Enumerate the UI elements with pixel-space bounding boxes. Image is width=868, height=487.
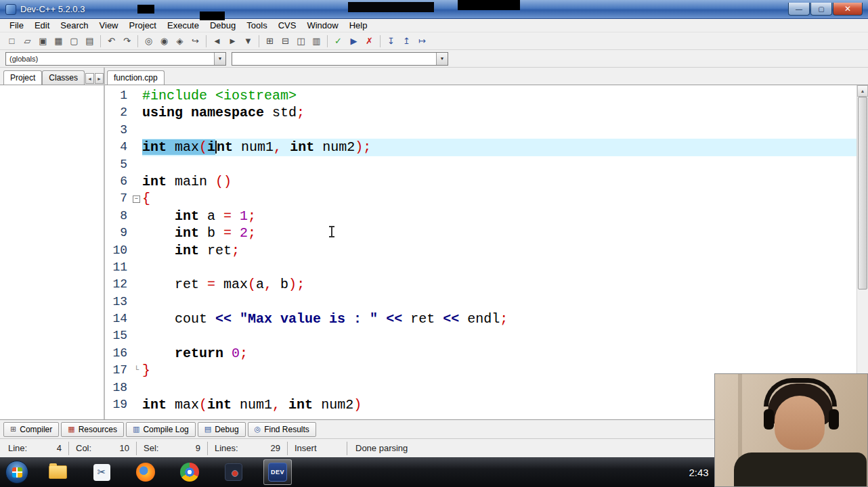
line-number: 12 [105,276,131,293]
package-manager-button[interactable]: ▥ [309,34,324,49]
back-button[interactable]: ◄ [209,34,225,49]
line-number: 8 [105,208,131,225]
chevron-down-icon[interactable]: ▼ [436,53,448,65]
panel-tab-compile-log[interactable]: ▥Compile Log [126,422,196,437]
scrollbar-thumb[interactable] [858,97,867,289]
toolbar-separator [259,35,259,47]
taskbar-chrome[interactable] [175,459,204,485]
code-line-3[interactable]: 3 [105,122,856,139]
panel-tab-compiler[interactable]: ⊞Compiler [3,422,59,437]
fold-marker[interactable]: − [131,190,142,207]
find-button[interactable]: ◎ [141,34,156,49]
code-line-4[interactable]: 4int max(int num1, int num2); [105,139,856,156]
debug-button[interactable]: ↧ [383,34,399,49]
abort-compilation-button[interactable]: ✗ [362,34,377,49]
tab-scroll-right-icon[interactable]: ► [95,73,104,84]
menu-tools[interactable]: Tools [241,19,272,32]
code-line-1[interactable]: 1#include <iostream> [105,87,856,104]
members-combobox-value [232,53,436,65]
editor-column: function.cpp 1#include <iostream>2using … [105,68,868,419]
sidebar-tab-classes[interactable]: Classes [42,70,85,85]
remove-file-button[interactable]: ⊟ [278,34,293,49]
find-in-files-button[interactable]: ◉ [156,34,172,49]
undo-button[interactable]: ↶ [104,34,119,49]
menu-help[interactable]: Help [344,19,373,32]
redo-button[interactable]: ↷ [119,34,135,49]
open-project-button[interactable]: ▱ [20,34,35,49]
redo-icon: ↷ [123,37,131,45]
taskbar-snip[interactable] [87,459,116,485]
code-line-12[interactable]: 12 ret = max(a, b); [105,276,856,293]
menu-debug[interactable]: Debug [204,19,241,32]
code-line-7[interactable]: 7−{ [105,190,856,207]
profile-button[interactable]: ↥ [399,34,414,49]
code-line-6[interactable]: 6int main () [105,173,856,190]
taskbar-clock[interactable]: 2:43 [682,467,715,478]
maximize-button[interactable]: ▢ [810,3,832,16]
status-sel: Sel:9 [137,442,208,455]
code-line-8[interactable]: 8 int a = 1; [105,208,856,225]
project-tree-panel[interactable] [0,85,104,419]
menu-search[interactable]: Search [55,19,93,32]
scrollbar-track[interactable] [857,97,868,408]
goto-declaration-button[interactable]: ▼ [240,34,256,49]
panel-tab-find-results[interactable]: ◎Find Results [248,422,316,437]
redaction-box [137,5,154,14]
new-source-button[interactable]: □ [4,34,20,49]
code-line-11[interactable]: 11 [105,259,856,276]
fold-gutter [131,327,142,344]
code-line-14[interactable]: 14 cout << "Max value is : " << ret << e… [105,310,856,327]
title-bar[interactable]: Dev-C++ 5.2.0.3 — ▢ ✕ [0,0,868,19]
start-button[interactable] [5,461,28,484]
code-line-16[interactable]: 16 return 0; [105,345,856,362]
profiling-analysis-button[interactable]: ↦ [414,34,430,49]
project-properties-button[interactable]: ◫ [293,34,309,49]
goto-line-button[interactable]: ↪ [188,34,203,49]
close-button[interactable]: ✕ [833,3,863,16]
forward-button[interactable]: ► [225,34,240,49]
code-text [142,259,856,276]
menu-execute[interactable]: Execute [162,19,204,32]
code-line-2[interactable]: 2using namespace std; [105,104,856,121]
code-editor[interactable]: 1#include <iostream>2using namespace std… [105,85,856,419]
replace-button[interactable]: ◈ [172,34,188,49]
members-combobox[interactable]: ▼ [232,52,448,66]
compile-button[interactable]: ✓ [330,34,346,49]
menu-cvs[interactable]: CVS [273,19,302,32]
minimize-button[interactable]: — [788,3,810,16]
menu-view[interactable]: View [94,19,124,32]
line-number: 15 [105,327,131,344]
toolbar-separator [206,35,207,47]
code-line-5[interactable]: 5 [105,156,856,173]
person-torso [734,453,867,487]
editor-tab-function-cpp[interactable]: function.cpp [107,70,165,85]
save-all-button[interactable]: ▦ [51,34,66,49]
taskbar-explorer[interactable] [43,459,72,485]
code-line-10[interactable]: 10 int ret; [105,242,856,259]
save-button[interactable]: ▣ [35,34,51,49]
vertical-scrollbar[interactable]: ▲ ▼ [856,85,868,419]
chevron-down-icon[interactable]: ▼ [214,53,225,65]
menu-window[interactable]: Window [301,19,343,32]
taskbar-devcpp[interactable]: DEV [263,459,292,485]
print-button[interactable]: ▤ [82,34,97,49]
code-line-9[interactable]: 9 int b = 2; [105,225,856,241]
new-project-button[interactable]: ⊞ [262,34,278,49]
code-line-13[interactable]: 13 [105,294,856,310]
code-text [142,156,856,173]
code-line-15[interactable]: 15 [105,327,856,344]
menu-edit[interactable]: Edit [29,19,55,32]
close-file-button[interactable]: ▢ [66,34,82,49]
tab-scroll-left-icon[interactable]: ◄ [85,73,94,84]
menu-file[interactable]: File [4,19,29,32]
panel-tab-debug[interactable]: ▤Debug [198,422,246,437]
taskbar-firefox[interactable] [131,459,160,485]
sidebar-tab-project[interactable]: Project [3,70,42,85]
globals-combobox[interactable]: (globals) ▼ [5,52,226,66]
line-number: 6 [105,173,131,190]
panel-tab-resources[interactable]: ▦Resources [61,422,124,437]
scroll-up-icon[interactable]: ▲ [857,85,868,97]
taskbar-recorder[interactable] [219,459,248,485]
run-button[interactable]: ▶ [346,34,362,49]
menu-project[interactable]: Project [124,19,162,32]
